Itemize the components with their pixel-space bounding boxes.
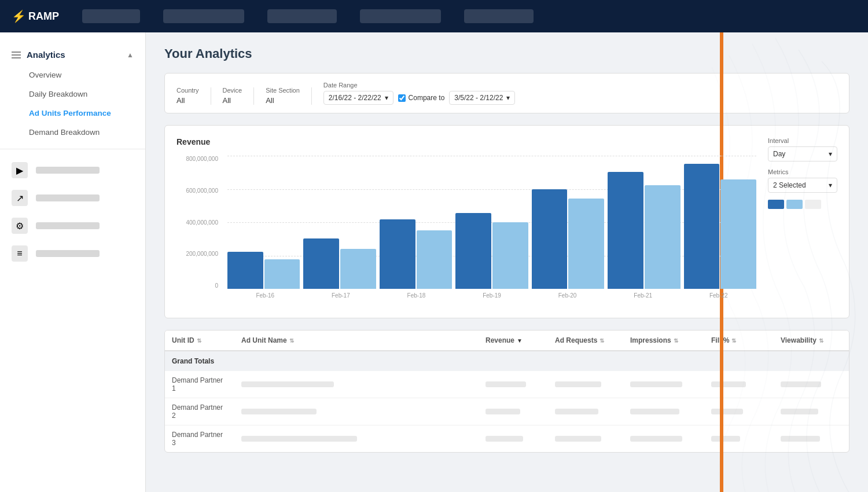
x-label-6: Feb-22 [709, 292, 728, 306]
placeholder [781, 436, 820, 442]
x-label-group-0: Feb-16 [227, 292, 303, 306]
x-label-5: Feb-21 [634, 292, 652, 306]
metrics-select[interactable]: 2 Selected ▾ [768, 178, 837, 193]
logo-icon: ⚡ [12, 9, 26, 23]
td-unit-id-0: Demand Partner 1 [165, 371, 234, 398]
th-ad-unit-name[interactable]: Ad Unit Name ⇅ [234, 331, 479, 350]
country-select[interactable]: All [176, 96, 199, 105]
device-select[interactable]: All [223, 96, 242, 105]
nav-item-3[interactable] [267, 9, 337, 23]
date-range-select[interactable]: 2/16/22 - 2/22/22 ▾ [323, 91, 393, 105]
nav-item-4[interactable] [360, 9, 441, 23]
video-icon: ▶ [12, 162, 28, 178]
td-viewability-2 [774, 431, 849, 447]
bar-primary-6 [684, 164, 720, 289]
filter-separator-1 [211, 87, 211, 105]
chart-title: Revenue [176, 137, 756, 146]
placeholder [486, 409, 520, 414]
x-label-group-4: Feb-20 [529, 292, 605, 306]
sidebar-item-demand-breakdown[interactable]: Demand Breakdown [0, 123, 145, 142]
x-label-2: Feb-18 [407, 292, 426, 306]
chart-bars [227, 156, 756, 289]
sidebar-item-list[interactable]: ≡ [0, 240, 145, 267]
y-label-3: 200,000,000 [186, 251, 218, 257]
th-revenue[interactable]: Revenue ▼ [479, 331, 548, 350]
chevron-down-icon: ▾ [385, 94, 388, 102]
table-row: Demand Partner 1 [165, 371, 849, 398]
sort-icon-ad-unit-name: ⇅ [289, 337, 294, 344]
chart-area: 800,000,000 600,000,000 400,000,000 200,… [176, 156, 756, 306]
th-impressions[interactable]: Impressions ⇅ [623, 331, 704, 350]
site-section-select[interactable]: All [266, 96, 300, 105]
placeholder [781, 381, 821, 387]
sidebar-item-video[interactable]: ▶ [0, 156, 145, 184]
bar-group-6 [684, 156, 756, 289]
sidebar-item-daily-breakdown[interactable]: Daily Breakdown [0, 85, 145, 104]
td-ad-unit-name-1 [234, 403, 479, 420]
nav-item-5[interactable] [464, 9, 534, 23]
interval-label: Interval [768, 137, 837, 144]
placeholder [630, 436, 682, 442]
logo[interactable]: ⚡ RAMP [12, 9, 59, 23]
chart-main: Revenue 800,000,000 600,000,000 400,000,… [176, 137, 756, 306]
compare-checkbox-input[interactable] [398, 94, 406, 102]
hamburger-icon [12, 52, 21, 58]
th-ad-requests[interactable]: Ad Requests ⇅ [548, 331, 623, 350]
metric-swatches [768, 200, 837, 209]
x-label-group-1: Feb-17 [303, 292, 379, 306]
bar-group-2 [380, 156, 452, 289]
sidebar-divider-1 [0, 149, 145, 149]
td-ad-unit-name-0 [234, 376, 479, 392]
td-impressions-0 [623, 376, 704, 392]
compare-checkbox[interactable]: Compare to [398, 94, 445, 102]
settings-icon: ⚙ [12, 218, 28, 234]
date-range-filter: Date Range 2/16/22 - 2/22/22 ▾ Compare t… [323, 82, 516, 105]
page-title: Your Analytics [164, 46, 849, 61]
site-section-filter: Site Section All [266, 87, 300, 105]
sidebar-item-trend[interactable]: ↗ [0, 184, 145, 212]
nav-item-2[interactable] [163, 9, 244, 23]
swatch-empty [805, 200, 821, 209]
td-ad-requests-1 [548, 403, 623, 420]
bar-group-0 [227, 156, 300, 289]
compare-date-select[interactable]: 3/5/22 - 2/12/22 ▾ [449, 91, 515, 105]
table-container: Unit ID ⇅ Ad Unit Name ⇅ Revenue ▼ Ad Re… [164, 330, 849, 453]
sidebar-item-overview[interactable]: Overview [0, 65, 145, 85]
content-area: Your Analytics Country All Device All Si… [146, 32, 868, 492]
bar-secondary-4 [568, 199, 604, 289]
swatch-primary [768, 200, 784, 209]
sidebar-item-ad-units-performance[interactable]: Ad Units Performance [0, 104, 145, 123]
bar-secondary-2 [417, 230, 453, 289]
sort-icon-viewability: ⇅ [819, 337, 823, 344]
y-label-1: 600,000,000 [186, 188, 218, 194]
placeholder [711, 381, 746, 387]
interval-select[interactable]: Day ▾ [768, 146, 837, 161]
th-fill-pct[interactable]: Fill % ⇅ [704, 331, 774, 350]
x-label-group-6: Feb-22 [681, 292, 756, 306]
placeholder [630, 381, 682, 387]
video-label-placeholder [36, 167, 100, 174]
analytics-section-header[interactable]: Analytics ▲ [0, 44, 145, 65]
placeholder [630, 409, 679, 414]
bar-primary-4 [532, 189, 568, 289]
bar-group-3 [455, 156, 528, 289]
td-ad-requests-0 [548, 376, 623, 392]
filter-separator-3 [311, 87, 312, 105]
x-label-3: Feb-19 [483, 292, 501, 306]
nav-item-1[interactable] [82, 9, 140, 23]
chart-controls: Interval Day ▾ Metrics 2 Selected ▾ [768, 137, 837, 306]
list-label-placeholder [36, 250, 100, 257]
td-viewability-0 [774, 376, 849, 392]
sidebar-item-settings[interactable]: ⚙ [0, 212, 145, 240]
placeholder [241, 381, 334, 387]
interval-control: Interval Day ▾ [768, 137, 837, 161]
sort-icon-revenue: ▼ [517, 337, 523, 344]
chart-container: Revenue 800,000,000 600,000,000 400,000,… [164, 125, 849, 318]
top-nav: ⚡ RAMP [0, 0, 868, 32]
chart-y-axis: 800,000,000 600,000,000 400,000,000 200,… [176, 156, 223, 289]
th-unit-id[interactable]: Unit ID ⇅ [165, 331, 234, 350]
placeholder [711, 436, 740, 442]
th-viewability[interactable]: Viewability ⇅ [774, 331, 849, 350]
td-ad-requests-2 [548, 431, 623, 447]
bar-secondary-6 [720, 179, 756, 289]
